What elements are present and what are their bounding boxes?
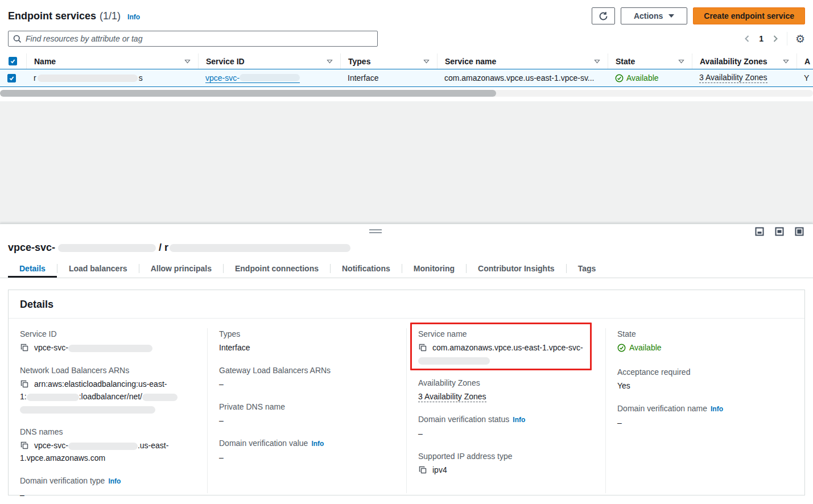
field-value: com.amazonaws.vpce.us-east-1.vpce-svc- [418, 341, 594, 366]
details-column-2: Types Interface Gateway Load Balancers A… [208, 328, 407, 493]
details-column-3: Service name com.amazonaws.vpce.us-east-… [407, 328, 606, 493]
sort-triangle-icon[interactable] [783, 59, 789, 64]
field-value: arn:aws:elasticloadbalancing:us-east- 1:… [20, 378, 196, 415]
refresh-button[interactable] [592, 7, 615, 24]
split-panel-position-controls [755, 227, 804, 236]
actions-button[interactable]: Actions [621, 7, 687, 24]
tab-contributor-insights[interactable]: Contributor Insights [467, 261, 566, 278]
panel-position-full-icon[interactable] [795, 227, 804, 236]
tab-monitoring[interactable]: Monitoring [402, 261, 466, 278]
field-private-dns-name: Private DNS name – [219, 401, 395, 427]
header-select-all-cell [0, 53, 26, 69]
column-header-acceptance[interactable]: A [797, 53, 813, 69]
page-header: Endpoint services (1/1) Info Actions [8, 7, 805, 25]
copy-icon[interactable] [20, 379, 29, 389]
copy-icon[interactable] [20, 343, 29, 352]
details-card-body: Service ID vpce-svc- Network Load Balanc… [9, 319, 804, 493]
row-select-cell [0, 69, 26, 86]
column-header-types[interactable]: Types [340, 53, 437, 69]
row-service-name-cell: com.amazonaws.vpce.us-east-1.vpce-sv... [437, 69, 608, 86]
redacted-text [38, 75, 138, 82]
field-domain-verification-name: Domain verification name Info – [617, 403, 793, 429]
search-icon [13, 35, 22, 43]
service-id-link[interactable]: vpce-svc- [205, 73, 300, 83]
tab-notifications[interactable]: Notifications [331, 261, 402, 278]
endpoint-services-table: Name Service ID Types [0, 53, 813, 97]
row-checkbox[interactable] [7, 74, 16, 82]
details-card: Details Service ID vpce-svc- Network L [8, 290, 805, 495]
field-service-name: Service name com.amazonaws.vpce.us-east-… [418, 328, 594, 366]
split-panel-drag-handle[interactable] [369, 229, 382, 233]
details-heading: Details [20, 299, 793, 311]
field-label: Service ID [20, 328, 196, 340]
split-panel: vpce-svc- / r Details Load balancers All… [0, 224, 813, 504]
sort-triangle-icon[interactable] [184, 59, 191, 64]
copy-icon[interactable] [20, 441, 29, 450]
field-state: State Available [617, 328, 793, 356]
details-column-4: State Available Acceptance required [606, 328, 804, 493]
horizontal-scrollbar-thumb[interactable] [0, 90, 496, 97]
info-link[interactable]: Info [108, 476, 121, 487]
select-all-checkbox[interactable] [9, 57, 17, 65]
copy-icon[interactable] [418, 343, 427, 352]
field-label: Service name [418, 328, 594, 340]
redacted-text [58, 244, 156, 252]
field-value: – [219, 414, 395, 427]
field-dns-names: DNS names vpce-svc-.us-east- 1.vpce.amaz… [20, 426, 196, 464]
copy-icon[interactable] [418, 465, 427, 474]
field-label: Private DNS name [219, 401, 395, 412]
tab-endpoint-connections[interactable]: Endpoint connections [224, 261, 330, 278]
field-value: – [418, 427, 594, 440]
column-header-state[interactable]: State [608, 53, 692, 69]
availability-zones-popover-trigger[interactable]: 3 Availability Zones [418, 392, 486, 402]
field-value: Yes [617, 379, 793, 392]
endpoint-services-table-section: Endpoint services (1/1) Info Actions [0, 0, 813, 101]
field-label: Gateway Load Balancers ARNs [219, 365, 395, 376]
panel-position-center-icon[interactable] [775, 227, 784, 236]
table-toolbar: 1 ⚙ [8, 31, 805, 47]
page-info-link[interactable]: Info [127, 13, 140, 21]
sort-triangle-icon[interactable] [594, 59, 600, 64]
status-available: Available [615, 73, 659, 82]
tab-details[interactable]: Details [8, 261, 57, 278]
pagination-prev-button[interactable] [742, 33, 752, 44]
field-availability-zones: Availability Zones 3 Availability Zones [418, 377, 594, 403]
row-acceptance-cell: Y [797, 69, 813, 86]
redacted-text [142, 394, 178, 401]
field-label: Supported IP address type [418, 451, 594, 462]
row-availability-zones-cell: 3 Availability Zones [692, 69, 797, 86]
column-header-availability-zones[interactable]: Availability Zones [692, 53, 797, 69]
horizontal-scrollbar[interactable] [0, 90, 813, 97]
tab-tags[interactable]: Tags [567, 261, 608, 278]
availability-zones-popover-trigger[interactable]: 3 Availability Zones [699, 73, 767, 83]
create-endpoint-service-button[interactable]: Create endpoint service [693, 7, 805, 24]
search-input[interactable] [26, 34, 373, 43]
info-link[interactable]: Info [513, 414, 525, 425]
field-gateway-load-balancers-arns: Gateway Load Balancers ARNs – [219, 365, 395, 390]
sort-triangle-icon[interactable] [327, 59, 333, 64]
column-header-service-id[interactable]: Service ID [198, 53, 340, 69]
pagination-next-button[interactable] [771, 33, 780, 44]
info-link[interactable]: Info [311, 438, 324, 449]
column-header-name[interactable]: Name [26, 53, 198, 69]
info-link[interactable]: Info [711, 403, 723, 415]
search-box[interactable] [8, 31, 378, 47]
field-value: – [20, 489, 196, 501]
check-circle-icon [615, 74, 624, 82]
field-label: DNS names [20, 426, 196, 437]
sort-triangle-icon[interactable] [678, 59, 684, 64]
sort-triangle-icon[interactable] [423, 59, 430, 64]
tab-allow-principals[interactable]: Allow principals [139, 261, 223, 278]
tab-load-balancers[interactable]: Load balancers [57, 261, 139, 278]
field-value: – [219, 378, 395, 390]
details-column-1: Service ID vpce-svc- Network Load Balanc… [9, 328, 208, 493]
pagination-current-page[interactable]: 1 [754, 34, 769, 43]
table-row-endpoint-service[interactable]: rs vpce-svc- Interface com.amazonaws.vpc… [0, 69, 813, 87]
field-types: Types Interface [219, 328, 395, 354]
panel-position-bottom-icon[interactable] [755, 227, 764, 236]
column-header-service-name[interactable]: Service name [437, 53, 608, 69]
field-domain-verification-status: Domain verification status Info – [418, 414, 594, 440]
field-domain-verification-type: Domain verification type Info – [20, 475, 196, 501]
preferences-gear-icon[interactable]: ⚙ [795, 34, 805, 44]
table-header-row: Name Service ID Types [0, 53, 813, 69]
